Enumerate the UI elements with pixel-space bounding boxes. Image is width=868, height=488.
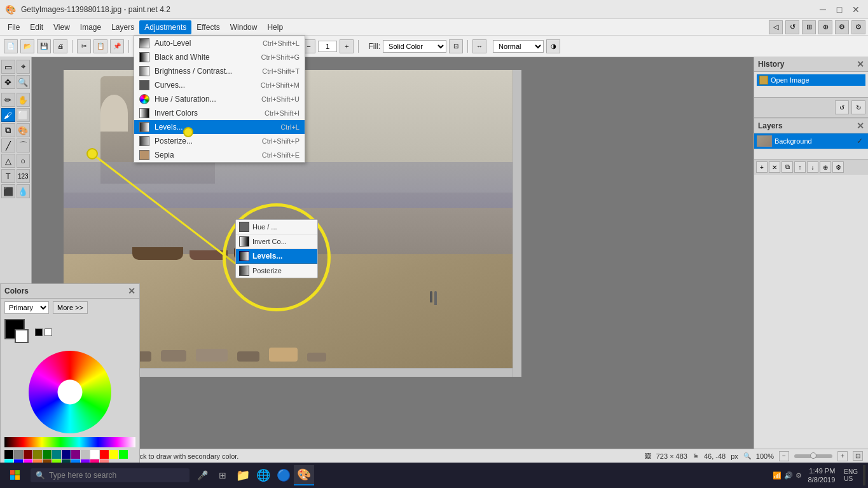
adj-auto-level[interactable]: Auto-Level Ctrl+Shift+L — [134, 36, 305, 50]
tool-lasso[interactable]: ⌖ — [17, 60, 31, 74]
adj-black-white[interactable]: Black and White Ctrl+Shift+G — [134, 50, 305, 64]
colors-more-button[interactable]: More >> — [53, 301, 88, 314]
layers-close-button[interactable]: ✕ — [857, 121, 864, 131]
secondary-color-swatch[interactable] — [15, 329, 29, 343]
cut-btn[interactable]: ✂ — [77, 39, 91, 53]
taskbar-paintnet[interactable]: 🎨 — [294, 465, 314, 485]
layer-add-btn[interactable]: + — [756, 161, 768, 173]
palette-color-swatch[interactable] — [4, 450, 13, 459]
zoom-slider[interactable] — [794, 454, 832, 458]
mini-swatch-white[interactable] — [45, 329, 52, 336]
menu-edit[interactable]: Edit — [25, 20, 48, 34]
layer-up-btn[interactable]: ↑ — [794, 161, 806, 173]
taskbar-chrome[interactable]: 🌐 — [253, 465, 273, 485]
adj-sepia[interactable]: Sepia Ctrl+Shift+E — [134, 148, 305, 162]
tray-language[interactable]: ENGUS — [841, 468, 860, 482]
primary-color-swatch[interactable] — [4, 319, 25, 339]
brush-plus[interactable]: + — [340, 39, 354, 53]
show-desktop-btn[interactable] — [863, 465, 865, 485]
taskbar-cortana[interactable]: 🎤 — [192, 465, 212, 485]
tool-ellipse[interactable]: ○ — [17, 154, 31, 168]
toolbar-icon-5[interactable]: ⚙ — [835, 20, 849, 34]
menu-file[interactable]: File — [3, 20, 25, 34]
palette-color-swatch[interactable] — [62, 450, 71, 459]
layer-background[interactable]: Background ✓ — [754, 133, 868, 149]
menu-help[interactable]: Help — [262, 20, 288, 34]
save-btn[interactable]: 💾 — [37, 39, 51, 53]
palette-color-swatch[interactable] — [33, 450, 42, 459]
close-button[interactable]: ✕ — [849, 3, 863, 17]
taskbar-search[interactable]: 🔍 Type here to search — [31, 468, 189, 482]
maximize-button[interactable]: □ — [832, 3, 846, 17]
vertical-scrollbar[interactable] — [513, 70, 521, 377]
zoom-in-btn[interactable]: + — [837, 451, 848, 461]
brush-width-input[interactable]: 1 — [318, 41, 337, 52]
layer-down-btn[interactable]: ↓ — [807, 161, 818, 173]
menu-effects[interactable]: Effects — [191, 20, 224, 34]
taskbar-task-view[interactable]: ⊞ — [212, 465, 233, 485]
palette-color-swatch[interactable] — [90, 450, 99, 459]
toolbar-icon-2[interactable]: ↺ — [785, 20, 799, 34]
taskbar-files[interactable]: 📁 — [233, 465, 253, 485]
toolbar-icon-1[interactable]: ◁ — [769, 20, 783, 34]
menu-view[interactable]: View — [48, 20, 75, 34]
open-btn[interactable]: 📂 — [20, 39, 34, 53]
palette-color-swatch[interactable] — [24, 450, 32, 459]
tool-number[interactable]: 123 — [17, 169, 31, 183]
palette-color-swatch[interactable] — [109, 450, 118, 459]
adj-curves[interactable]: Curves... Ctrl+Shift+M — [134, 78, 305, 92]
minimize-button[interactable]: ─ — [816, 3, 830, 17]
fill-extra-btn[interactable]: ⊡ — [449, 39, 463, 53]
history-redo-btn[interactable]: ↻ — [851, 100, 865, 114]
tool-pan[interactable]: ✋ — [17, 93, 31, 107]
tool-rectangle-select[interactable]: ▭ — [1, 60, 15, 74]
menu-image[interactable]: Image — [75, 20, 106, 34]
tool-line[interactable]: ╱ — [1, 139, 15, 152]
fit-btn[interactable]: ⊡ — [853, 451, 863, 461]
tool-shapes[interactable]: △ — [1, 154, 15, 168]
blend-icon[interactable]: ↔ — [472, 39, 486, 53]
layer-merge-btn[interactable]: ⊕ — [820, 161, 831, 173]
palette-color-swatch[interactable] — [14, 450, 23, 459]
paste-btn[interactable]: 📌 — [110, 39, 124, 53]
colors-gradient-bar[interactable] — [4, 437, 135, 447]
menu-window[interactable]: Window — [225, 20, 263, 34]
palette-color-swatch[interactable] — [81, 450, 90, 459]
tool-move[interactable]: ✥ — [1, 75, 15, 89]
toolbar-icon-6[interactable]: ⚙ — [851, 20, 865, 34]
color-wheel[interactable] — [29, 351, 111, 433]
tool-paintbrush[interactable]: 🖌 — [1, 108, 15, 122]
clock-display[interactable]: 1:49 PM 8/8/2019 — [804, 466, 839, 485]
layer-visibility-check[interactable]: ✓ — [857, 137, 865, 146]
tool-fill[interactable]: ⬛ — [1, 184, 15, 198]
tool-clone[interactable]: ⧉ — [1, 123, 15, 137]
history-close-button[interactable]: ✕ — [857, 59, 864, 69]
tool-recolor[interactable]: 🎨 — [17, 123, 31, 137]
start-button[interactable] — [3, 463, 28, 488]
tool-color-picker[interactable]: 💧 — [17, 184, 31, 198]
tool-curve[interactable]: ⌒ — [17, 139, 31, 152]
toolbar-icon-4[interactable]: ⊕ — [818, 20, 832, 34]
title-bar-controls[interactable]: ─ □ ✕ — [816, 3, 863, 17]
palette-color-swatch[interactable] — [100, 450, 109, 459]
palette-color-swatch[interactable] — [52, 450, 61, 459]
history-undo-btn[interactable]: ↺ — [835, 100, 849, 114]
adj-hue-saturation[interactable]: Hue / Saturation... Ctrl+Shift+U — [134, 92, 305, 106]
menu-adjustments[interactable]: Adjustments — [139, 20, 191, 34]
adj-levels[interactable]: Levels... Ctrl+L — [134, 120, 305, 134]
history-item-open-image[interactable]: Open Image — [757, 74, 865, 86]
tool-eraser[interactable]: ⬜ — [17, 108, 31, 122]
taskbar-edge[interactable]: 🔵 — [273, 465, 294, 485]
new-btn[interactable]: 📄 — [4, 39, 18, 53]
tray-notification-icon[interactable]: ⚙ — [796, 471, 802, 480]
blend-mode-select[interactable]: Normal Multiply Screen — [493, 40, 544, 53]
copy-btn[interactable]: 📋 — [93, 39, 107, 53]
fill-select[interactable]: Solid Color No Fill Gradient — [383, 40, 446, 53]
toolbar-icon-3[interactable]: ⊞ — [802, 20, 816, 34]
palette-color-swatch[interactable] — [71, 450, 80, 459]
tool-pencil[interactable]: ✏ — [1, 93, 15, 107]
print-btn[interactable]: 🖨 — [53, 39, 67, 53]
mini-swatch-black[interactable] — [35, 329, 43, 336]
tray-network-icon[interactable]: 📶 — [773, 471, 782, 480]
menu-layers[interactable]: Layers — [106, 20, 139, 34]
